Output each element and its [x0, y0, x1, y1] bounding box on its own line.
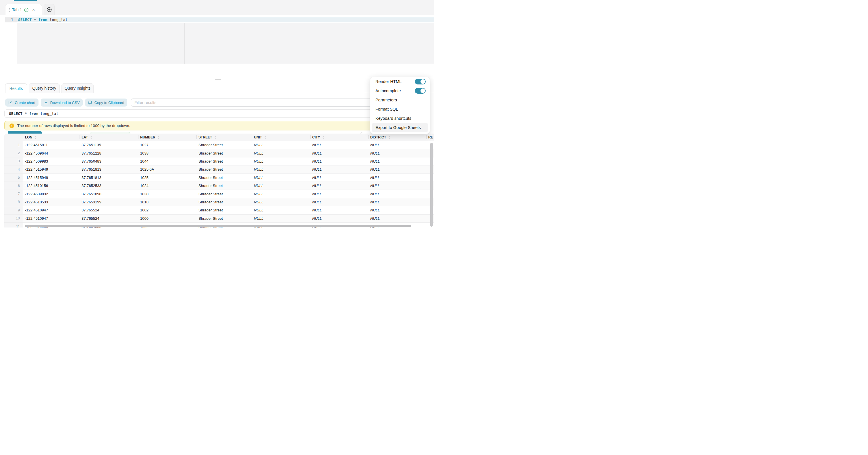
sql-keyword: SELECT	[9, 112, 22, 116]
tab-results[interactable]: Results	[5, 83, 27, 93]
menu-item-export-to-google-sheets[interactable]: Export to Google Sheets	[372, 123, 428, 132]
table-cell: NULL	[252, 141, 310, 149]
table-cell: -122.4509644	[23, 149, 80, 157]
table-cell: 37.7652533	[80, 182, 138, 189]
column-header-unit[interactable]: UNIT	[252, 133, 310, 141]
column-header-district[interactable]: DISTRICT	[368, 133, 426, 141]
menu-item-keyboard-shortcuts[interactable]: Keyboard shortcuts	[370, 114, 430, 123]
table-cell: NULL	[252, 182, 310, 189]
sql-keyword: SELECT	[18, 18, 32, 22]
sql-keyword: from	[38, 18, 47, 22]
menu-item-label: Parameters	[375, 98, 397, 102]
menu-item-parameters[interactable]: Parameters	[370, 95, 430, 104]
tab-query-history[interactable]: Query history	[29, 83, 60, 93]
sort-icon[interactable]	[388, 136, 390, 139]
table-row: 5-122.451594937.76518131025Shrader Stree…	[4, 174, 434, 182]
row-number: 9	[4, 206, 23, 214]
table-cell: -122.4515949	[23, 174, 80, 182]
menu-item-label: Format SQL	[375, 107, 398, 112]
row-number: 3	[4, 157, 23, 165]
tab-drag-handle-icon[interactable]	[9, 8, 10, 12]
column-header-street[interactable]: STREET	[196, 133, 252, 141]
menu-item-label: Autocomplete	[375, 88, 401, 93]
table-cell: 1038	[138, 149, 196, 157]
table-cell: 1024	[138, 182, 196, 189]
menu-item-format-sql[interactable]: Format SQL	[370, 104, 430, 114]
row-number: 11	[4, 223, 23, 228]
table-cell: NULL	[310, 174, 368, 182]
menu-item-autocomplete[interactable]: Autocomplete	[370, 86, 430, 95]
column-header-re[interactable]: RE	[426, 133, 434, 141]
autocomplete-toggle[interactable]	[415, 88, 426, 94]
table-cell: Shrader Street	[196, 149, 252, 157]
table-cell: 37.7653199	[80, 198, 138, 206]
table-cell: NULL	[310, 182, 368, 189]
table-cell: -122.4515811	[23, 141, 80, 149]
tab-label: Tab 1	[12, 7, 22, 12]
sql-editor[interactable]: 1 SELECT * from long_lat	[0, 17, 434, 64]
row-limit-warning: ! The number of rows displayed is limite…	[4, 121, 430, 130]
table-cell: -122.4510156	[23, 182, 80, 189]
table-cell: 37.765524	[80, 215, 138, 222]
table-cell: NULL	[368, 141, 426, 149]
table-row: 4-122.451594937.76518131025.0AShrader St…	[4, 165, 434, 174]
row-number: 1	[4, 141, 23, 149]
table-cell: Shrader Street	[196, 206, 252, 214]
warning-text: The number of rows displayed is limited …	[17, 123, 130, 128]
vertical-scrollbar[interactable]	[430, 143, 433, 226]
pane-resize-handle[interactable]	[215, 79, 221, 82]
table-cell: 37.7651813	[80, 165, 138, 173]
download-csv-label: Download to CSV	[50, 100, 80, 105]
menu-item-label: Keyboard shortcuts	[375, 116, 411, 121]
table-cell: 37.7651135	[80, 141, 138, 149]
column-header-number[interactable]: NUMBER	[138, 133, 196, 141]
table-cell: NULL	[310, 198, 368, 206]
table-row: 1-122.451581137.76511351027Shrader Stree…	[4, 141, 434, 149]
tab-1[interactable]: Tab 1 ✕	[5, 4, 42, 15]
table-cell: NULL	[368, 182, 426, 189]
column-header-lon[interactable]: LON	[23, 133, 80, 141]
copy-to-clipboard-button[interactable]: Copy to Clipboard	[85, 98, 127, 107]
table-cell: NULL	[368, 190, 426, 198]
table-cell: NULL	[310, 141, 368, 149]
editor-empty-area[interactable]	[17, 23, 434, 64]
sort-icon[interactable]	[34, 136, 36, 139]
active-tab-accent-bar	[14, 0, 37, 1]
sort-icon[interactable]	[264, 136, 266, 139]
table-cell: -122.4515949	[23, 165, 80, 173]
menu-item-label: Render HTML	[375, 79, 402, 84]
table-row: 10-122.451094737.7655241000Shrader Stree…	[4, 215, 434, 223]
tab-query-insights[interactable]: Query Insights	[61, 83, 94, 93]
table-cell: 37.7650483	[80, 157, 138, 165]
editor-left-margin	[0, 17, 5, 22]
column-header-lat[interactable]: LAT	[80, 133, 138, 141]
sort-icon[interactable]	[322, 136, 324, 139]
sort-icon[interactable]	[158, 136, 160, 139]
render-html-toggle[interactable]	[415, 79, 426, 85]
sql-keyword: from	[29, 112, 38, 116]
table-cell: 1044	[138, 157, 196, 165]
table-cell: 1025	[138, 174, 196, 182]
column-header-city[interactable]: CITY	[310, 133, 368, 141]
chart-icon	[8, 100, 12, 104]
new-tab-button[interactable]	[44, 4, 55, 15]
row-number: 10	[4, 215, 23, 222]
download-csv-button[interactable]: Download to CSV	[41, 98, 83, 107]
table-cell: NULL	[252, 190, 310, 198]
executed-query-display: SELECT * from long_lat	[4, 110, 430, 118]
editor-code-line[interactable]: SELECT * from long_lat	[17, 17, 434, 22]
sort-icon[interactable]	[214, 136, 216, 139]
sql-text: long_lat	[48, 18, 67, 22]
table-row: 7-122.450983237.76518981030Shrader Stree…	[4, 190, 434, 198]
menu-item-render-html[interactable]: Render HTML	[370, 77, 430, 86]
tab-bar: Tab 1 ✕	[0, 0, 434, 15]
sort-icon[interactable]	[90, 136, 92, 139]
table-cell: 1002	[138, 206, 196, 214]
create-chart-button[interactable]: Create chart	[5, 98, 38, 107]
row-number: 7	[4, 190, 23, 198]
table-row: 8-122.451053337.76531991018Shrader Stree…	[4, 198, 434, 206]
table-cell: 1027	[138, 141, 196, 149]
close-tab-icon[interactable]: ✕	[32, 8, 35, 12]
editor-active-line[interactable]: 1 SELECT * from long_lat	[0, 17, 434, 22]
horizontal-scrollbar[interactable]	[25, 225, 411, 227]
